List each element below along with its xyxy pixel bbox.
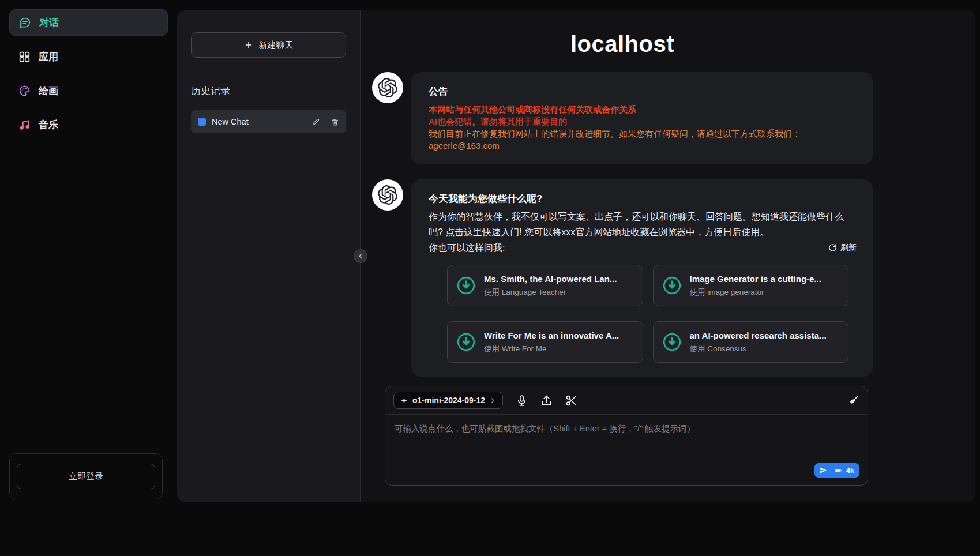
welcome-message: 今天我能为您做些什么呢? 作为你的智慧伙伴，我不仅可以写文案、出点子，还可以和你… — [372, 179, 873, 377]
clear-broom-icon[interactable] — [847, 395, 859, 407]
suggestion-title: Image Generator is a cutting-e... — [690, 274, 821, 284]
suggestion-card[interactable]: Write For Me is an innovative A... 使用 Wr… — [447, 321, 643, 363]
announcement-heading: 公告 — [429, 85, 857, 98]
openai-logo-icon — [378, 185, 397, 205]
new-chat-label: 新建聊天 — [259, 40, 294, 51]
login-panel: 立即登录 — [9, 453, 163, 499]
chat-list-panel: 新建聊天 历史记录 New Chat — [177, 10, 361, 502]
chat-color-chip — [198, 118, 206, 126]
suggestion-subtitle: 使用 Language Teacher — [484, 287, 617, 298]
music-note-icon — [18, 119, 31, 131]
token-badge: 4k — [846, 467, 854, 475]
assistant-avatar — [372, 179, 403, 211]
welcome-body: 作为你的智慧伙伴，我不仅可以写文案、出点子，还可以和你聊天、回答问题。想知道我还… — [429, 209, 857, 240]
announcement-line-2: AI也会犯错。请勿将其用于重要目的 — [429, 115, 857, 127]
chat-area: localhost 公告 本网站与任何其他公司或商标没有任何关联或合作关系 AI… — [361, 10, 975, 502]
sidebar-item-music[interactable]: 音乐 — [9, 111, 168, 138]
sparkle-icon — [400, 397, 408, 404]
contact-email-link[interactable]: ageerle@163.com — [429, 141, 500, 151]
chevron-right-icon — [490, 397, 496, 404]
announcement-line-3: 我们目前正在修复我们网站上的错误并改进细节。如果您有任何疑问，请通过以下方式联系… — [429, 127, 857, 140]
history-heading: 历史记录 — [191, 84, 346, 97]
sidebar: 对话 应用 绘画 — [0, 0, 177, 556]
composer-panel: o1-mini-2024-09-12 — [385, 386, 868, 486]
chat-history-title: New Chat — [212, 117, 306, 126]
announcement-line-1: 本网站与任何其他公司或商标没有任何关联或合作关系 — [429, 103, 857, 115]
announcement-message: 公告 本网站与任何其他公司或商标没有任何关联或合作关系 AI也会犯错。请勿将其用… — [372, 72, 873, 164]
suggestion-card[interactable]: Ms. Smith, the AI-powered Lan... 使用 Lang… — [447, 265, 643, 306]
model-name: o1-mini-2024-09-12 — [412, 396, 485, 405]
gpt-download-icon — [662, 275, 682, 296]
palette-icon — [18, 85, 31, 97]
suggestion-title: an AI-powered research assista... — [690, 330, 827, 340]
page-title: localhost — [372, 31, 873, 57]
suggestion-title: Ms. Smith, the AI-powered Lan... — [484, 274, 617, 284]
microphone-icon[interactable] — [516, 395, 528, 407]
chat-input[interactable] — [385, 415, 868, 483]
chevron-left-icon — [357, 253, 364, 260]
assistant-avatar — [372, 72, 403, 103]
new-chat-button[interactable]: 新建聊天 — [191, 32, 346, 58]
chat-history-item[interactable]: New Chat — [191, 110, 346, 133]
refresh-label: 刷新 — [840, 240, 857, 256]
upload-icon[interactable] — [540, 395, 553, 407]
announcement-card: 公告 本网站与任何其他公司或商标没有任何关联或合作关系 AI也会犯错。请勿将其用… — [411, 72, 873, 164]
model-selector[interactable]: o1-mini-2024-09-12 — [393, 392, 503, 409]
gpt-download-icon — [456, 275, 476, 296]
suggestion-card[interactable]: Image Generator is a cutting-e... 使用 ima… — [653, 265, 849, 306]
welcome-heading: 今天我能为您做些什么呢? — [429, 192, 857, 205]
plus-icon — [244, 40, 253, 50]
chat-content: localhost 公告 本网站与任何其他公司或商标没有任何关联或合作关系 AI… — [372, 31, 873, 486]
suggestion-subtitle: 使用 Consensus — [690, 344, 827, 354]
gpt-download-icon — [662, 332, 682, 352]
chat-bubble-icon — [19, 17, 31, 29]
refresh-icon — [828, 243, 837, 252]
sidebar-item-label: 对话 — [39, 16, 59, 29]
sidebar-item-label: 绘画 — [39, 84, 58, 97]
token-battery-icon — [835, 467, 843, 475]
suggestion-title: Write For Me is an innovative A... — [484, 330, 619, 340]
edit-pencil-icon[interactable] — [311, 118, 320, 126]
scissors-icon[interactable] — [565, 395, 577, 407]
sidebar-collapse-button[interactable] — [354, 249, 367, 263]
suggestion-grid: Ms. Smith, the AI-powered Lan... 使用 Lang… — [447, 265, 848, 363]
suggestion-subtitle: 使用 image generator — [690, 287, 821, 298]
composer-toolbar: o1-mini-2024-09-12 — [385, 386, 868, 415]
openai-logo-icon — [378, 78, 397, 97]
ask-hint-text: 你也可以这样问我: — [429, 240, 505, 256]
delete-trash-icon[interactable] — [331, 118, 339, 126]
gpt-download-icon — [456, 332, 476, 352]
send-plane-icon — [820, 467, 827, 474]
sidebar-item-label: 音乐 — [39, 118, 58, 132]
sidebar-item-label: 应用 — [39, 50, 58, 63]
suggestion-subtitle: 使用 Write For Me — [484, 344, 619, 354]
apps-grid-icon — [18, 51, 31, 63]
refresh-suggestions-button[interactable]: 刷新 — [828, 240, 857, 256]
pill-divider — [831, 467, 832, 474]
sidebar-item-drawing[interactable]: 绘画 — [9, 77, 168, 104]
send-button[interactable]: 4k — [814, 463, 859, 478]
sidebar-item-chat[interactable]: 对话 — [9, 9, 168, 36]
main-panel: 新建聊天 历史记录 New Chat localhost — [177, 10, 975, 502]
welcome-card: 今天我能为您做些什么呢? 作为你的智慧伙伴，我不仅可以写文案、出点子，还可以和你… — [411, 179, 873, 377]
suggestion-card[interactable]: an AI-powered research assista... 使用 Con… — [653, 321, 849, 363]
sidebar-item-apps[interactable]: 应用 — [9, 43, 168, 70]
login-button[interactable]: 立即登录 — [17, 464, 155, 489]
